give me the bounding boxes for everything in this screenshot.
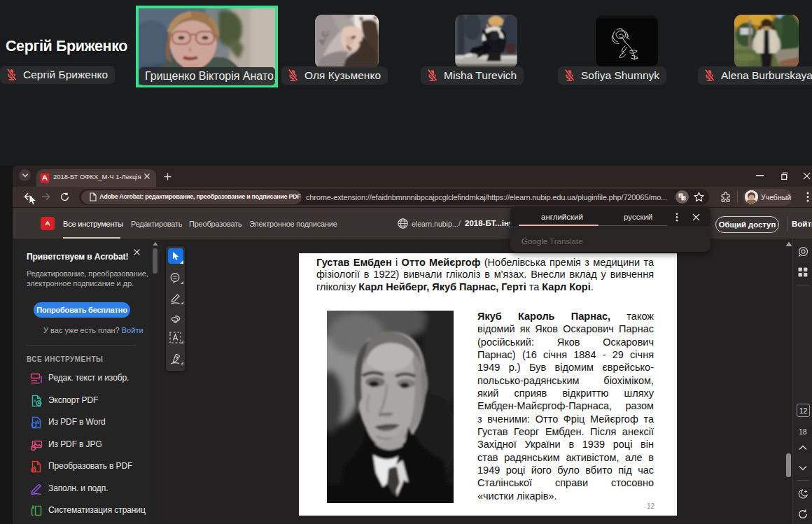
- svg-text:A: A: [34, 399, 36, 403]
- svg-text:文: 文: [682, 197, 686, 201]
- svg-text:W: W: [36, 420, 41, 425]
